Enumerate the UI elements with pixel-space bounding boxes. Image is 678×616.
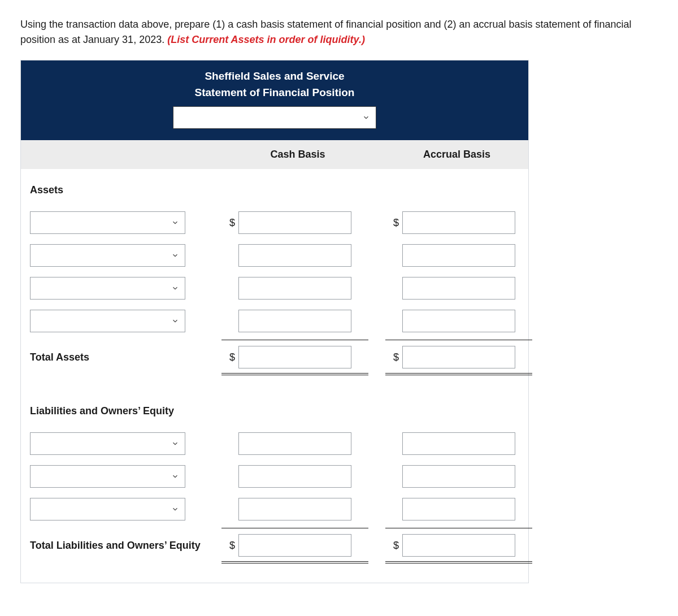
liab-equity-section-header: Liabilities and Owners’ Equity — [21, 394, 528, 427]
currency-symbol: $ — [221, 350, 238, 365]
liab-account-select[interactable] — [30, 432, 185, 455]
assets-label: Assets — [30, 183, 63, 198]
currency-symbol: $ — [221, 538, 238, 553]
liab-equity-label: Liabilities and Owners’ Equity — [30, 404, 174, 419]
asset-account-select[interactable] — [30, 310, 185, 332]
liab-account-select[interactable] — [30, 498, 185, 520]
accrual-amount-input[interactable] — [402, 465, 515, 488]
total-liab-equity-label: Total Liabilities and Owners’ Equity — [30, 538, 201, 553]
instruction-text: Using the transaction data above, prepar… — [20, 17, 658, 47]
cash-amount-input[interactable] — [238, 465, 351, 488]
statement-header: Sheffield Sales and Service Statement of… — [21, 60, 528, 140]
assets-section-header: Assets — [21, 173, 528, 206]
cash-total-liab-input[interactable] — [238, 534, 351, 557]
chevron-down-icon — [171, 472, 179, 480]
asset-line — [21, 239, 528, 272]
chevron-down-icon — [171, 505, 179, 513]
currency-symbol: $ — [221, 215, 238, 231]
liab-account-select[interactable] — [30, 465, 185, 488]
liab-line — [21, 493, 528, 526]
chevron-down-icon — [171, 219, 179, 227]
chevron-down-icon — [362, 114, 370, 122]
total-assets-label: Total Assets — [30, 350, 89, 365]
asset-account-select[interactable] — [30, 277, 185, 300]
cash-amount-input[interactable] — [238, 432, 351, 455]
cash-amount-input[interactable] — [238, 277, 351, 300]
accrual-amount-input[interactable] — [402, 310, 515, 332]
asset-line: $ $ — [21, 206, 528, 239]
currency-symbol: $ — [385, 350, 402, 365]
statement-title: Statement of Financial Position — [27, 85, 523, 101]
chevron-down-icon — [171, 440, 179, 448]
accrual-total-liab-input[interactable] — [402, 534, 515, 557]
accrual-amount-input[interactable] — [402, 277, 515, 300]
chevron-down-icon — [171, 284, 179, 292]
liab-line — [21, 460, 528, 493]
currency-symbol: $ — [385, 538, 402, 553]
accrual-amount-input[interactable] — [402, 211, 515, 234]
total-liab-equity-row: Total Liabilities and Owners’ Equity $ $ — [21, 526, 528, 566]
asset-account-select[interactable] — [30, 211, 185, 234]
cash-amount-input[interactable] — [238, 310, 351, 332]
accrual-amount-input[interactable] — [402, 498, 515, 520]
asset-line — [21, 305, 528, 337]
accrual-amount-input[interactable] — [402, 244, 515, 267]
date-select[interactable] — [173, 106, 376, 129]
cash-amount-input[interactable] — [238, 498, 351, 520]
company-name: Sheffield Sales and Service — [27, 68, 523, 85]
column-headers: Cash Basis Accrual Basis — [21, 140, 528, 169]
column-header-cash: Cash Basis — [210, 140, 385, 169]
asset-line — [21, 272, 528, 305]
asset-account-select[interactable] — [30, 244, 185, 267]
liab-line — [21, 427, 528, 460]
cash-amount-input[interactable] — [238, 244, 351, 267]
currency-symbol: $ — [385, 215, 402, 231]
chevron-down-icon — [171, 317, 179, 325]
statement-sheet: Sheffield Sales and Service Statement of… — [20, 60, 529, 583]
total-assets-row: Total Assets $ $ — [21, 337, 528, 378]
column-header-accrual: Accrual Basis — [385, 140, 528, 169]
accrual-amount-input[interactable] — [402, 432, 515, 455]
cash-amount-input[interactable] — [238, 211, 351, 234]
accrual-total-assets-input[interactable] — [402, 346, 515, 368]
instruction-highlight: (List Current Assets in order of liquidi… — [167, 34, 365, 45]
cash-total-assets-input[interactable] — [238, 346, 351, 368]
chevron-down-icon — [171, 251, 179, 259]
